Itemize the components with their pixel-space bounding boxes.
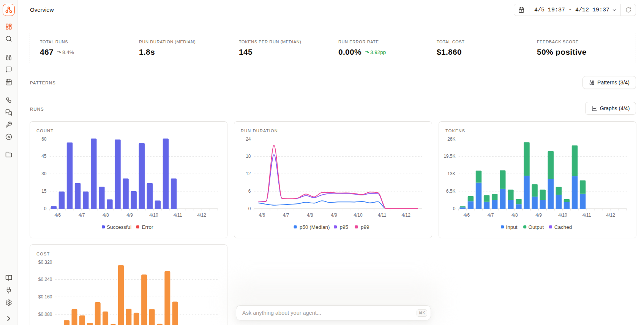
svg-text:26K: 26K [447,136,455,142]
svg-text:4/12: 4/12 [606,212,615,218]
svg-text:4/7: 4/7 [283,212,289,218]
svg-text:0: 0 [248,206,251,211]
svg-text:4/11: 4/11 [378,212,387,218]
svg-text:30: 30 [41,171,47,176]
svg-text:Successful: Successful [107,224,131,230]
svg-text:p99: p99 [361,224,369,230]
svg-text:COST: COST [36,252,50,256]
svg-text:0: 0 [453,206,456,211]
svg-text:Input: Input [506,224,517,230]
svg-text:15: 15 [41,189,47,194]
svg-text:4/12: 4/12 [197,212,207,218]
svg-text:4/9: 4/9 [331,212,338,218]
svg-text:4/9: 4/9 [126,212,133,218]
svg-text:24: 24 [246,136,251,142]
svg-text:TOKENS: TOKENS [445,128,465,133]
svg-text:4/8: 4/8 [511,212,518,218]
svg-text:6.5K: 6.5K [446,189,456,194]
svg-text:Output: Output [528,224,544,230]
svg-text:$0.320: $0.320 [38,260,52,265]
svg-text:4/12: 4/12 [402,212,411,218]
svg-text:4/6: 4/6 [55,212,61,218]
svg-text:4/9: 4/9 [535,212,542,218]
svg-text:$0.240: $0.240 [38,277,52,282]
svg-text:60: 60 [41,136,47,142]
svg-text:13K: 13K [447,171,455,176]
svg-text:4/10: 4/10 [354,212,363,218]
svg-text:4/11: 4/11 [582,212,591,218]
svg-text:COUNT: COUNT [36,128,54,133]
svg-text:$0.080: $0.080 [38,312,52,317]
svg-text:4/6: 4/6 [259,212,265,218]
svg-text:12: 12 [246,171,251,176]
svg-text:4/6: 4/6 [463,212,470,218]
svg-text:4/8: 4/8 [103,212,109,218]
svg-text:4/8: 4/8 [307,212,313,218]
svg-text:p95: p95 [340,224,349,230]
svg-text:4/10: 4/10 [558,212,567,218]
svg-text:45: 45 [41,154,47,159]
svg-text:Cached: Cached [554,224,572,230]
svg-text:$0.160: $0.160 [38,294,52,300]
svg-text:4/7: 4/7 [487,212,494,218]
svg-text:4/10: 4/10 [149,212,158,218]
svg-text:19.5K: 19.5K [444,154,455,159]
svg-text:0: 0 [44,206,47,211]
svg-text:4/7: 4/7 [79,212,85,218]
svg-text:4/11: 4/11 [174,212,182,218]
svg-text:p50 (Median): p50 (Median) [300,224,330,230]
svg-text:RUN DURATION: RUN DURATION [241,128,278,133]
svg-text:Error: Error [142,224,154,230]
svg-text:6: 6 [248,189,251,194]
svg-text:18: 18 [246,154,251,159]
